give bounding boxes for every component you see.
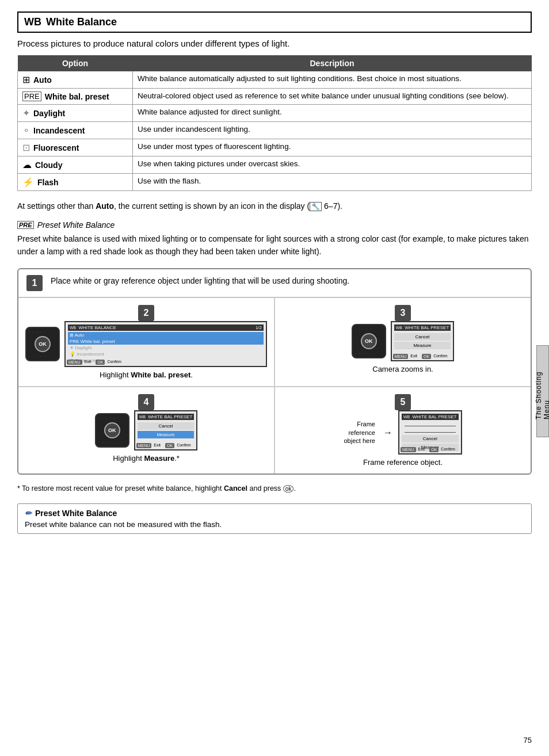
step-1-row: 1 Place white or gray reference object u… (18, 269, 531, 297)
option-icon-6: ⚡ (22, 177, 34, 188)
page-title: White Balance (46, 16, 117, 28)
option-icon-2: ✦ (22, 108, 30, 119)
step-3-screen: WB WHITE BAL PRESET Cancel Measure MENUE… (391, 321, 455, 361)
option-name-3: Incandescent (33, 126, 85, 135)
step-4-cell: 4 OK · · · · · · · · · · WB WHITE BAL PR… (18, 387, 274, 474)
note-icon: ✏ (25, 509, 32, 518)
step-3-cancel: Cancel (394, 333, 451, 341)
step-4-measure: Measure (138, 431, 195, 438)
option-name-6: Flash (37, 178, 59, 187)
option-name-4: Fluorescent (33, 143, 79, 152)
option-desc-4: Use under most types of fluorescent ligh… (133, 139, 532, 156)
option-desc-3: Use under incandescent lighting. (133, 122, 532, 139)
step-4-camera-body: OK · · · · · · · · · · (95, 413, 129, 448)
step-3-number: 3 (395, 305, 411, 321)
step-5-frame-label: Frame reference object here (344, 420, 375, 445)
option-desc-0: White balance automatically adjusted to … (133, 71, 532, 89)
step-4-screen: WB WHITE BAL PRESET Cancel Measure MENUE… (134, 410, 198, 450)
step-2-menu-daylight: ☀ Daylight (68, 345, 264, 351)
option-desc-1: Neutral-colored object used as reference… (133, 89, 532, 105)
note-text: Preset white balance can not be measured… (25, 520, 524, 529)
note-box: ✏ Preset White Balance Preset white bala… (17, 503, 532, 534)
preset-desc: Preset white balance is used with mixed … (17, 233, 532, 258)
steps-grid: 2 OK · · · · · · · · · · WB WHITE BALANC… (18, 297, 531, 474)
preset-heading-text: Preset White Balance (37, 220, 115, 230)
step-2-screen-page: 1/2 (256, 325, 262, 330)
step-5-number: 5 (395, 394, 411, 410)
step-2-menu-auto: ⊞ Auto (68, 332, 264, 338)
option-desc-5: Use when taking pictures under overcast … (133, 156, 532, 174)
page-number: 75 (524, 736, 532, 744)
col-header-desc: Description (133, 55, 532, 71)
note-heading-text: Preset White Balance (35, 509, 117, 518)
step-2-camera-body: OK · · · · · · · · · · (25, 327, 60, 361)
step-4-number: 4 (138, 394, 154, 410)
option-icon-0: ⊞ (22, 74, 30, 85)
step-4-caption: Highlight Measure.* (113, 454, 180, 463)
option-name-0: Auto (33, 75, 52, 85)
step-5-screen: WB WHITE BAL PRESET Cancel Measure MENUE… (398, 410, 462, 455)
step-2-screen: WB WHITE BALANCE 1/2 ⊞ Auto PRE White ba… (64, 321, 267, 367)
step-3-ok-button: OK (361, 333, 377, 349)
step-2-screen-title: WHITE BALANCE (79, 325, 116, 330)
wb-options-table: Option Description ⊞AutoWhite balance au… (17, 55, 532, 191)
step-3-camera-body: OK · · · · · · · · · · (352, 324, 386, 358)
steps-container: 1 Place white or gray reference object u… (17, 268, 532, 475)
wb-icon: WB (24, 16, 41, 28)
step-3-measure: Measure (394, 342, 451, 349)
side-tab: The Shooting Menu (536, 345, 549, 437)
step-3-caption: Camera zooms in. (372, 365, 433, 373)
step-5-caption: Frame reference object. (363, 458, 443, 467)
step-2-number: 2 (138, 305, 154, 321)
step-1-number: 1 (26, 275, 43, 291)
footnote: * To restore most recent value for prese… (17, 484, 532, 494)
option-desc-2: White balance adjusted for direct sunlig… (133, 105, 532, 122)
step-5-cell: 5 Frame reference object here → WB WHITE… (274, 387, 531, 474)
note-heading: ✏ Preset White Balance (25, 509, 524, 518)
step-2-menu-incandescent: 💡 Incandescent (68, 351, 264, 357)
option-icon-4: ⊡ (22, 142, 30, 153)
col-header-option: Option (18, 55, 133, 71)
option-name-1: White bal. preset (45, 92, 109, 101)
step-5-cancel: Cancel (402, 435, 459, 442)
option-name-2: Daylight (33, 109, 65, 118)
option-icon-5: ☁ (22, 159, 32, 170)
step-3-cell: 3 OK · · · · · · · · · · WB WHITE BAL PR… (274, 297, 531, 387)
step-2-cell: 2 OK · · · · · · · · · · WB WHITE BALANC… (18, 297, 274, 387)
option-desc-6: Use with the flash. (133, 174, 532, 191)
step-1-text: Place white or gray reference object und… (51, 275, 349, 287)
step-2-ok-button: OK (35, 336, 51, 352)
option-name-5: Cloudy (35, 161, 62, 170)
intro-text: Process pictures to produce natural colo… (17, 39, 532, 48)
step-4-cancel: Cancel (138, 422, 195, 430)
preset-heading-icon: PRE (17, 221, 34, 229)
step-2-caption: Highlight White bal. preset. (100, 371, 193, 379)
auto-note: At settings other than Auto, the current… (17, 200, 532, 212)
header-box: WB White Balance (17, 12, 532, 33)
step-4-ok-button: OK (104, 422, 120, 438)
option-icon-1: PRE (22, 91, 41, 101)
step-2-menu-preset: PRE White bal. preset (68, 338, 264, 345)
preset-section-heading: PRE Preset White Balance (17, 220, 532, 230)
option-icon-3: ⚬ (22, 125, 30, 136)
step-5-arrow: → (383, 427, 392, 438)
